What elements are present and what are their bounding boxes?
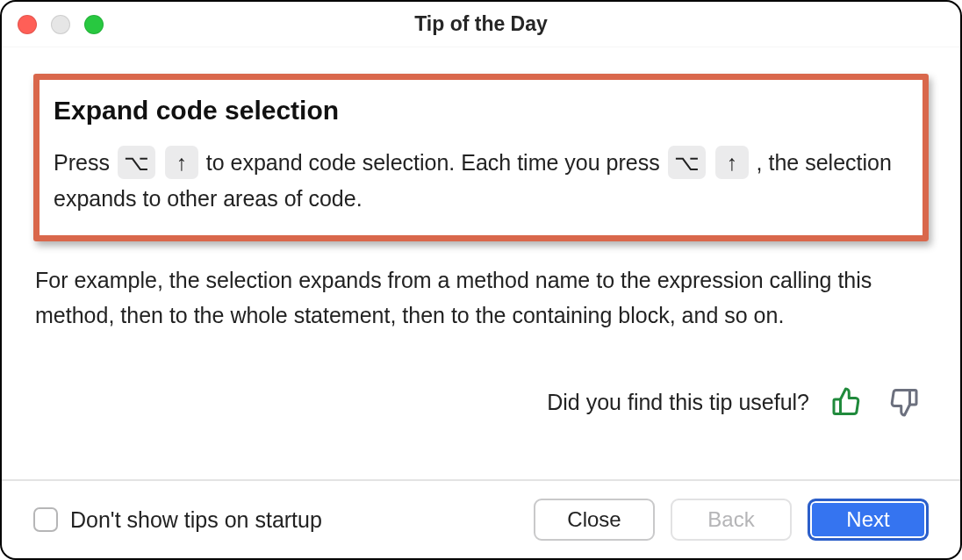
- tip-text-fragment: Press: [54, 150, 116, 175]
- dialog-footer: Don't show tips on startup Close Back Ne…: [2, 479, 960, 558]
- tip-text-fragment: to expand code selection. Each time you …: [206, 150, 666, 175]
- thumbs-down-icon: [887, 386, 919, 418]
- dont-show-label: Don't show tips on startup: [70, 507, 322, 533]
- dont-show-checkbox[interactable]: [33, 507, 58, 532]
- feedback-prompt: Did you find this tip useful?: [547, 390, 809, 415]
- next-button[interactable]: Next: [808, 499, 929, 541]
- back-button-label: Back: [707, 507, 754, 532]
- next-button-label: Next: [846, 507, 889, 532]
- back-button: Back: [671, 499, 792, 541]
- keycap-up-arrow-icon: ↑: [165, 146, 198, 179]
- tip-paragraph-2: For example, the selection expands from …: [33, 262, 929, 333]
- titlebar: Tip of the Day: [2, 2, 960, 47]
- tip-paragraph-1: Press ⌥ ↑ to expand code selection. Each…: [54, 145, 908, 216]
- keycap-option-icon: ⌥: [118, 146, 155, 179]
- dont-show-checkbox-wrap[interactable]: Don't show tips on startup: [33, 507, 518, 533]
- window-title: Tip of the Day: [2, 12, 960, 36]
- close-button[interactable]: Close: [534, 499, 655, 541]
- close-button-label: Close: [567, 507, 621, 532]
- highlighted-tip-region: Expand code selection Press ⌥ ↑ to expan…: [33, 74, 929, 241]
- thumbs-up-button[interactable]: [829, 384, 865, 420]
- feedback-row: Did you find this tip useful?: [33, 384, 929, 420]
- thumbs-up-icon: [831, 386, 863, 418]
- keycap-up-arrow-icon: ↑: [715, 146, 749, 179]
- thumbs-down-button[interactable]: [885, 384, 922, 420]
- tip-heading: Expand code selection: [54, 96, 908, 126]
- dialog-content: Expand code selection Press ⌥ ↑ to expan…: [2, 47, 960, 479]
- keycap-option-icon: ⌥: [668, 146, 706, 179]
- tip-of-the-day-dialog: Tip of the Day Expand code selection Pre…: [0, 0, 962, 560]
